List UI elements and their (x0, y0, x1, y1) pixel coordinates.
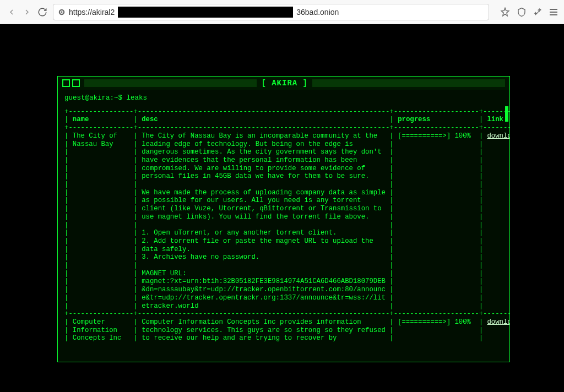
url-text-start: https://akiral2 (69, 8, 115, 17)
download-link[interactable]: download (487, 318, 509, 326)
tor-lock-icon (58, 8, 66, 16)
url-redacted (118, 7, 293, 18)
terminal-titlebar: [ AKIRA ] (58, 77, 509, 90)
scroll-indicator[interactable] (505, 106, 508, 122)
bookmark-star-icon[interactable] (500, 7, 510, 17)
titlebar-box-2[interactable] (72, 79, 80, 87)
terminal-body: guest@akira:~$ leaks +----------------+-… (58, 90, 509, 362)
sparkle-icon[interactable] (533, 7, 543, 17)
download-link[interactable]: download (487, 132, 509, 140)
titlebar-box-1[interactable] (62, 79, 70, 87)
browser-toolbar: https://akiral2 36bad.onion (0, 0, 564, 24)
terminal-title: [ AKIRA ] (259, 79, 310, 88)
terminal-prompt: guest@akira:~$ leaks (64, 94, 503, 102)
leaks-table: +----------------+----------------------… (64, 108, 503, 342)
akira-terminal: [ AKIRA ] guest@akira:~$ leaks +--------… (57, 76, 510, 362)
reload-button[interactable] (37, 7, 47, 17)
svg-point-2 (61, 11, 63, 13)
url-text-end: 36bad.onion (296, 8, 339, 17)
back-button[interactable] (7, 7, 17, 17)
url-bar[interactable]: https://akiral2 36bad.onion (53, 4, 489, 20)
shield-icon[interactable] (517, 7, 527, 17)
menu-button[interactable] (550, 9, 557, 15)
forward-button[interactable] (22, 7, 32, 17)
